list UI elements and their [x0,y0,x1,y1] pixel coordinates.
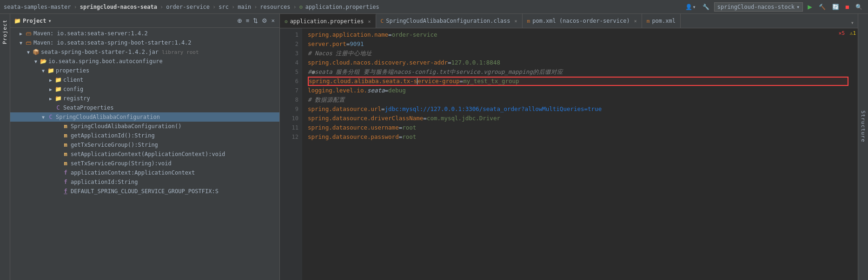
search-btn[interactable]: 🔍 [854,3,864,11]
tree-item-set-app-context[interactable]: m setApplicationContext(ApplicationConte… [10,150,279,159]
tree-item-spring-cloud-config-class[interactable]: ▼ C SpringCloudAlibabaConfiguration [10,112,279,122]
properties-file-icon: ⚙ [299,4,303,10]
tree-item-autoconfigure[interactable]: ▼ 📂 io.seata.spring.boot.autoconfigure [10,57,279,66]
vcs-icon-btn[interactable]: 🔧 [701,3,711,11]
tree-item-seata-server[interactable]: ▶ 🗃 Maven: io.seata:seata-server:1.4.2 [10,29,279,38]
tree-item-seata-starter[interactable]: ▼ 🗃 Maven: io.seata:seata-spring-boot-st… [10,38,279,47]
tab-bar: ⚙ application.properties × C SpringCloud… [280,14,858,28]
tab-more-btn[interactable]: ▾ [847,18,858,28]
breadcrumb-springcloud-nacos[interactable]: springcloud-nacos-seata [80,4,157,10]
breadcrumb-right-tools: 👤▾ 🔧 springCloud-nacos-stock ▾ ▶ 🔨 🔄 ■ 🔍 [683,1,864,12]
code-key: spring.datasource.password [308,132,399,142]
tab-close-btn[interactable]: × [634,19,637,24]
project-title: 📁 Project ▾ [14,18,52,24]
run-button[interactable]: ▶ [806,1,814,12]
breadcrumb-sep-6: › [293,4,296,10]
code-line-10: spring.datasource.driverClassName=com.my… [308,114,848,123]
tab-spring-cloud-config[interactable]: C SpringCloudAlibabaConfiguration.class … [376,14,523,28]
tree-item-jar[interactable]: ▼ 📦 seata-spring-boot-starter-1.4.2.jar … [10,47,279,57]
tree-item-client[interactable]: ▶ 📁 client [10,75,279,85]
code-line-9: spring.datasource.url=jdbc:mysql://127.0… [308,104,848,114]
tab-label: SpringCloudAlibabaConfiguration.class [386,18,510,24]
dropdown-label: springCloud-nacos-stock [717,4,795,10]
maven-icon: 🗃 [24,39,33,46]
tree-label: getTxServiceGroup():String [70,142,158,148]
line-num-5: 5 [280,67,298,77]
code-key: spring.application.name [308,30,388,39]
tree-item-constructor[interactable]: m SpringCloudAlibabaConfiguration() [10,122,279,131]
breadcrumb-resources[interactable]: resources [260,4,290,10]
tree-label: config [62,86,83,92]
side-tab-right: Structure [858,14,868,280]
tree-label: registry [62,95,90,102]
line-num-3: 3 [280,49,298,58]
update-icon-btn[interactable]: 🔄 [830,3,841,11]
run-config-dropdown[interactable]: springCloud-nacos-stock ▾ [714,2,803,12]
error-badge: ✕5 [839,30,845,36]
collapse-all-btn[interactable]: ≡ [245,16,251,25]
side-tab-left: Project [0,14,10,280]
line-num-7: 7 [280,86,298,95]
stop-icon-btn[interactable]: ■ [844,3,851,11]
tree-item-config[interactable]: ▶ 📁 config [10,85,279,94]
breadcrumb-order-service[interactable]: order-service [166,4,210,10]
tree-item-default-service-group[interactable]: f DEFAULT_SPRING_CLOUD_SERVICE_GROUP_POS… [10,187,279,196]
properties-tab-icon: ⚙ [285,19,288,25]
project-panel: 📁 Project ▾ ⊕ ≡ ⇅ ⚙ × ▶ 🗃 Maven: io.seat… [10,14,280,280]
code-line-6: spring.cloud.alibaba.seata.tx-service-gr… [308,77,848,86]
locate-file-btn[interactable]: ⊕ [236,16,243,25]
code-key: spring.cloud.alibaba.seata.tx-s [309,77,417,86]
tab-pom-order[interactable]: m pom.xml (nacos-order-service) × [523,14,642,28]
code-comment: #●seata 服务分组 要与服务端nacos-config.txt中servi… [308,67,563,77]
tab-close-btn[interactable]: × [368,19,371,24]
jar-icon: 📦 [32,49,40,55]
maven-tab-icon: m [647,18,650,24]
tab-pom[interactable]: m pom.xml [642,14,681,28]
code-line-7: logging.level.io.seata=debug [308,86,848,95]
code-key: logging.level.io.seata [308,86,385,95]
tree-item-properties[interactable]: ▼ 📁 properties [10,66,279,75]
build-icon-btn[interactable]: 🔨 [817,3,828,11]
class-icon: C [46,114,55,120]
tree-item-get-tx-group[interactable]: m getTxServiceGroup():String [10,140,279,150]
class-icon: C [54,104,62,111]
code-line-1: spring.application.name=order-service [308,30,848,39]
breadcrumb-main[interactable]: main [238,4,251,10]
tab-application-properties[interactable]: ⚙ application.properties × [280,14,376,28]
tree-item-app-context-field[interactable]: f applicationContext:ApplicationContext [10,168,279,177]
editor-area: ⚙ application.properties × C SpringCloud… [280,14,858,280]
tree-label: client [62,77,83,83]
code-content[interactable]: spring.application.name=order-service se… [302,28,848,280]
line-num-4: 4 [280,58,298,67]
sidebar-tab-project[interactable]: Project [0,16,9,48]
tree-item-seata-props-class[interactable]: C SeataProperties [10,103,279,112]
folder-icon: 📁 [54,86,62,92]
tab-close-btn[interactable]: × [515,19,517,24]
line-num-12: 12 [280,132,298,142]
maven-tab-icon: m [527,18,530,24]
tree-label: DEFAULT_SPRING_CLOUD_SERVICE_GROUP_POSTF… [70,188,219,195]
tree-item-app-id-field[interactable]: f applicationId:String [10,177,279,187]
tree-item-set-tx-group[interactable]: m setTxServiceGroup(String):void [10,159,279,168]
tree-label: getApplicationId():String [70,132,155,139]
editor-gutter-right: ⚠1 ✕5 [848,28,858,280]
project-header: 📁 Project ▾ ⊕ ≡ ⇅ ⚙ × [10,14,279,28]
breadcrumb-bar: seata-samples-master › springcloud-nacos… [0,0,868,14]
tree-label: setTxServiceGroup(String):void [70,160,172,167]
breadcrumb-app-props[interactable]: application.properties [305,4,379,10]
tree-item-get-app-id[interactable]: m getApplicationId():String [10,131,279,140]
tree-item-registry[interactable]: ▶ 📁 registry [10,94,279,103]
user-icon-btn[interactable]: 👤▾ [683,3,697,11]
main-area: Project 📁 Project ▾ ⊕ ≡ ⇅ ⚙ × ▶ 🗃 [0,14,868,280]
close-panel-btn[interactable]: × [270,16,276,25]
tab-label: pom.xml [652,18,676,24]
breadcrumb-src[interactable]: src [219,4,229,10]
tab-label: application.properties [290,18,364,25]
expand-all-btn[interactable]: ⇅ [252,16,259,25]
tree-label: seata-spring-boot-starter-1.4.2.jar libr… [40,49,199,55]
line-num-2: 2 [280,39,298,49]
settings-btn[interactable]: ⚙ [261,16,268,25]
project-dropdown-arrow[interactable]: ▾ [48,18,52,24]
sidebar-tab-structure[interactable]: Structure [859,107,868,146]
breadcrumb-seata-samples[interactable]: seata-samples-master [4,4,71,10]
